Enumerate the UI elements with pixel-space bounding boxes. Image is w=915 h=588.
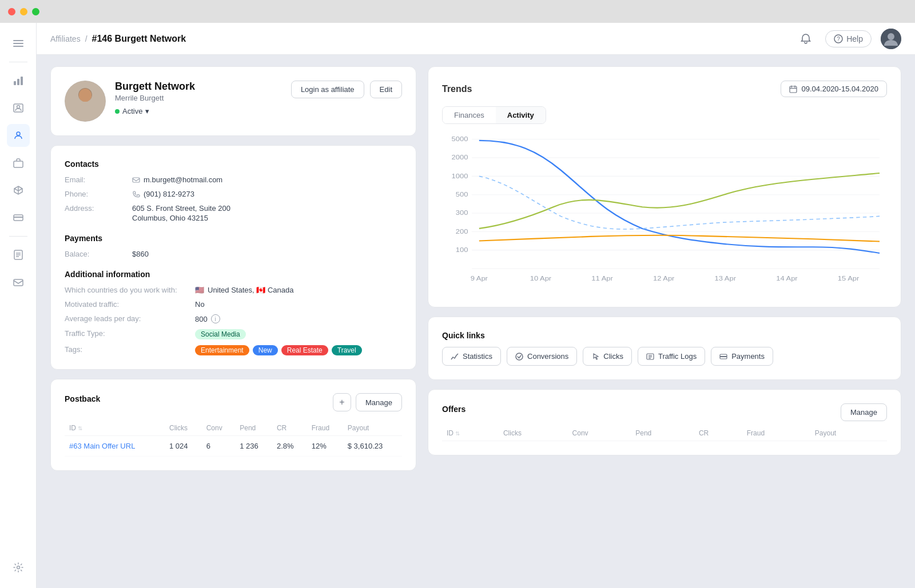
balance-label: Balace: xyxy=(65,250,128,258)
tags-label: Tags: xyxy=(65,345,190,354)
svg-text:10 Apr: 10 Apr xyxy=(530,275,551,283)
row-clicks: 1 024 xyxy=(165,436,202,457)
profile-sub-name: Merrile Burgett xyxy=(115,94,282,102)
svg-point-7 xyxy=(17,106,19,109)
postback-header: Postback + Manage xyxy=(65,393,402,411)
offers-col-conv: Conv xyxy=(568,426,631,441)
profile-name: Burgett Network xyxy=(115,81,282,93)
address-row: Address: 605 S. Front Street, Suite 200 … xyxy=(65,204,402,222)
svg-rect-0 xyxy=(13,40,23,41)
offers-manage-button[interactable]: Manage xyxy=(841,403,887,421)
sidebar-item-menu[interactable] xyxy=(7,32,30,55)
svg-text:13 Apr: 13 Apr xyxy=(715,275,736,283)
sidebar-item-contacts[interactable] xyxy=(7,97,30,119)
sidebar xyxy=(0,23,37,588)
row-conv: 6 xyxy=(202,436,236,457)
quick-link-payments[interactable]: Payments xyxy=(711,347,773,366)
address-line2: Columbus, Ohio 43215 xyxy=(132,214,208,222)
sidebar-item-settings[interactable] xyxy=(7,556,30,579)
help-button[interactable]: ? Help xyxy=(825,30,872,47)
payments-title: Payments xyxy=(65,234,402,243)
offers-title: Offers xyxy=(442,405,466,414)
edit-button[interactable]: Edit xyxy=(370,81,402,98)
quick-link-traffic-logs[interactable]: Traffic Logs xyxy=(638,347,705,366)
close-dot[interactable] xyxy=(8,8,15,15)
profile-card: Burgett Network Merrile Burgett Active ▾… xyxy=(50,66,416,136)
quick-links-card: Quick links Statistics Conversions Cl xyxy=(428,317,901,380)
breadcrumb-separator: / xyxy=(85,34,87,43)
row-pend: 1 236 xyxy=(235,436,272,457)
postback-add-button[interactable]: + xyxy=(333,393,351,411)
minimize-dot[interactable] xyxy=(20,8,27,15)
svg-rect-3 xyxy=(14,81,16,85)
offers-header: Offers Manage xyxy=(442,403,887,421)
tag-new: New xyxy=(253,345,278,355)
postback-title: Postback xyxy=(65,394,100,403)
col-fraud: Fraud xyxy=(307,421,343,436)
svg-text:500: 500 xyxy=(456,191,468,198)
quick-links-title: Quick links xyxy=(442,331,887,340)
svg-point-52 xyxy=(516,353,523,360)
sidebar-item-briefcase[interactable] xyxy=(7,151,30,174)
quick-link-conversions[interactable]: Conversions xyxy=(507,347,577,366)
balance-value: $860 xyxy=(132,250,149,258)
address-label: Address: xyxy=(65,204,128,213)
svg-rect-16 xyxy=(14,279,23,286)
tags-row-container: Tags: Entertainment New Real Estate Trav… xyxy=(65,345,402,355)
sidebar-item-card[interactable] xyxy=(7,206,30,229)
right-column: Trends 09.04.2020-15.04.2020 Finances Ac… xyxy=(428,66,901,577)
svg-text:300: 300 xyxy=(456,209,468,217)
main-content: Burgett Network Merrile Burgett Active ▾… xyxy=(37,55,915,588)
login-as-affiliate-button[interactable]: Login as affiliate xyxy=(291,81,364,98)
breadcrumb-link[interactable]: Affiliates xyxy=(50,34,81,43)
address-value: 605 S. Front Street, Suite 200 Columbus,… xyxy=(132,204,230,222)
svg-text:5000: 5000 xyxy=(452,135,468,143)
col-clicks: Clicks xyxy=(165,421,202,436)
traffic-logs-label: Traffic Logs xyxy=(658,352,697,361)
offers-col-clicks: Clicks xyxy=(499,426,568,441)
date-range-label: 09.04.2020-15.04.2020 xyxy=(802,85,878,93)
notification-button[interactable] xyxy=(795,29,816,49)
tab-finances[interactable]: Finances xyxy=(443,107,496,123)
svg-rect-5 xyxy=(21,77,23,85)
user-avatar[interactable] xyxy=(881,29,901,49)
quick-link-statistics[interactable]: Statistics xyxy=(442,347,501,366)
titlebar xyxy=(0,0,915,23)
postback-manage-button[interactable]: Manage xyxy=(356,393,402,411)
conversions-label: Conversions xyxy=(527,352,568,361)
trends-header: Trends 09.04.2020-15.04.2020 xyxy=(442,81,887,97)
address-line1: 605 S. Front Street, Suite 200 xyxy=(132,204,230,213)
trends-tab-group: Finances Activity xyxy=(442,106,546,124)
clicks-label: Clicks xyxy=(603,352,623,361)
maximize-dot[interactable] xyxy=(32,8,39,15)
col-cr: CR xyxy=(272,421,307,436)
tab-activity[interactable]: Activity xyxy=(496,107,546,123)
row-id[interactable]: #63 Main Offer URL xyxy=(65,436,165,457)
col-conv: Conv xyxy=(202,421,236,436)
sidebar-item-cube[interactable] xyxy=(7,179,30,202)
svg-text:100: 100 xyxy=(456,246,468,254)
sidebar-item-affiliates[interactable] xyxy=(7,124,30,147)
sidebar-item-mail[interactable] xyxy=(7,271,30,294)
row-fraud: 12% xyxy=(307,436,343,457)
tags-list: Entertainment New Real Estate Travel xyxy=(195,345,362,355)
sidebar-item-chart[interactable] xyxy=(7,69,30,92)
status-badge[interactable]: Active ▾ xyxy=(115,107,149,115)
offers-col-fraud: Fraud xyxy=(742,426,810,441)
trends-chart: 5000 2000 1000 500 300 200 100 xyxy=(442,133,887,293)
sidebar-item-report[interactable] xyxy=(7,243,30,266)
offers-col-pend: Pend xyxy=(631,426,694,441)
traffic-type-tag: Social Media xyxy=(195,329,246,339)
email-row: Email: m.burgett@hotmail.com xyxy=(65,175,402,184)
countries-row: Which countries do you work with: 🇺🇸 Uni… xyxy=(65,286,402,294)
offers-col-payout: Payout xyxy=(810,426,887,441)
help-label: Help xyxy=(846,34,863,43)
countries-label: Which countries do you work with: xyxy=(65,286,190,294)
payments-label: Payments xyxy=(731,352,765,361)
contacts-title: Contacts xyxy=(65,159,402,169)
info-circle-icon: i xyxy=(211,314,220,323)
date-range-button[interactable]: 09.04.2020-15.04.2020 xyxy=(781,81,887,97)
quick-link-clicks[interactable]: Clicks xyxy=(583,347,632,366)
phone-row: Phone: (901) 812-9273 xyxy=(65,190,402,198)
svg-text:?: ? xyxy=(837,36,840,42)
